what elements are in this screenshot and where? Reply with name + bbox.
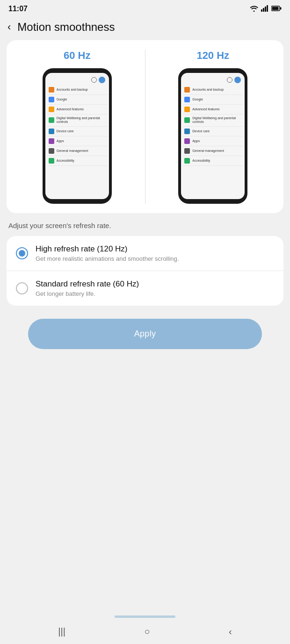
status-time: 11:07: [8, 5, 28, 13]
back-button[interactable]: ‹: [7, 21, 11, 33]
page-header: ‹ Motion smoothness: [0, 16, 290, 40]
left-icon-1: [49, 87, 54, 93]
right-phone-col: 120 Hz Accounts and backup Google Advanc: [147, 50, 279, 204]
option-standard-subtitle: Get longer battery life.: [36, 290, 139, 297]
right-menu-3: Advanced features: [183, 105, 243, 114]
left-phone-screen: Accounts and backup Google Advanced feat…: [45, 73, 109, 199]
radio-standard[interactable]: [16, 282, 28, 294]
left-menu-7: General management: [47, 146, 107, 156]
right-menu-7: General management: [183, 146, 243, 156]
right-phone-screen: Accounts and backup Google Advanced feat…: [181, 73, 245, 199]
left-search-icon: [91, 77, 97, 83]
right-icon-2: [184, 97, 190, 102]
left-menu-5: Device care: [47, 127, 107, 136]
option-standard-refresh[interactable]: Standard refresh rate (60 Hz) Get longer…: [7, 271, 283, 306]
radio-high[interactable]: [16, 247, 28, 259]
apply-button-wrap: Apply: [0, 306, 290, 358]
option-standard-title: Standard refresh rate (60 Hz): [36, 279, 139, 289]
right-menu-4: Digital Wellbeing and parental controls: [183, 114, 243, 127]
left-icon-3: [49, 107, 54, 112]
right-topbar: [183, 76, 243, 85]
preview-divider: [145, 50, 145, 204]
wifi-icon: [250, 5, 258, 13]
right-search-icon: [227, 77, 232, 83]
left-menu-6: Apps: [47, 136, 107, 146]
back-nav-button[interactable]: ‹: [229, 626, 232, 637]
right-menu-5: Device care: [183, 127, 243, 136]
option-high-text: High refresh rate (120 Hz) Get more real…: [36, 244, 179, 262]
left-icon-6: [49, 138, 54, 144]
svg-rect-3: [267, 5, 268, 12]
right-icon-6: [184, 138, 190, 144]
left-menu-2: Google: [47, 95, 107, 105]
right-icon-8: [184, 158, 190, 164]
signal-icon: [261, 5, 268, 13]
right-phone-mockup: Accounts and backup Google Advanced feat…: [178, 68, 247, 204]
status-bar: 11:07: [0, 0, 290, 16]
option-high-subtitle: Get more realistic animations and smooth…: [36, 255, 179, 262]
right-icon-5: [184, 129, 190, 134]
page-title: Motion smoothness: [17, 21, 115, 34]
radio-high-inner: [19, 250, 25, 257]
preview-card: 60 Hz Accounts and backup Google Advance: [7, 40, 283, 213]
left-menu-3: Advanced features: [47, 105, 107, 114]
right-icon-7: [184, 148, 190, 154]
bottom-spacer: [0, 358, 290, 424]
left-icon-8: [49, 158, 54, 164]
left-icon-2: [49, 97, 54, 102]
left-menu-1: Accounts and backup: [47, 85, 107, 95]
left-menu-8: Accessibility: [47, 156, 107, 166]
option-standard-text: Standard refresh rate (60 Hz) Get longer…: [36, 279, 139, 297]
right-avatar: [234, 77, 241, 83]
left-menu-4: Digital Wellbeing and parental controls: [47, 114, 107, 127]
left-topbar: [47, 76, 107, 85]
option-high-refresh[interactable]: High refresh rate (120 Hz) Get more real…: [7, 236, 283, 271]
svg-rect-6: [272, 7, 279, 10]
right-icon-3: [184, 107, 190, 112]
apply-button[interactable]: Apply: [28, 319, 262, 349]
right-icon-4: [184, 117, 190, 123]
right-menu-6: Apps: [183, 136, 243, 146]
left-phone-col: 60 Hz Accounts and backup Google Advance: [11, 50, 143, 204]
left-icon-7: [49, 148, 54, 154]
svg-rect-2: [265, 7, 266, 12]
option-high-title: High refresh rate (120 Hz): [36, 244, 179, 254]
left-phone-mockup: Accounts and backup Google Advanced feat…: [43, 68, 112, 204]
home-indicator: [115, 615, 175, 618]
svg-rect-0: [261, 9, 262, 12]
battery-icon: [271, 6, 282, 13]
left-icon-4: [49, 117, 54, 123]
status-icons: [250, 5, 282, 13]
left-avatar: [99, 77, 105, 83]
right-icon-1: [184, 87, 190, 93]
svg-rect-1: [263, 8, 264, 12]
home-button[interactable]: ○: [144, 626, 150, 637]
right-hz-label: 120 Hz: [196, 50, 229, 62]
description-text: Adjust your screen's refresh rate.: [0, 213, 290, 236]
recent-apps-button[interactable]: |||: [58, 626, 65, 637]
left-hz-label: 60 Hz: [64, 50, 90, 62]
right-menu-2: Google: [183, 95, 243, 105]
right-menu-8: Accessibility: [183, 156, 243, 166]
options-card: High refresh rate (120 Hz) Get more real…: [7, 236, 283, 306]
bottom-nav: ||| ○ ‹: [0, 619, 290, 644]
svg-rect-5: [280, 7, 282, 9]
left-icon-5: [49, 129, 54, 134]
right-menu-1: Accounts and backup: [183, 85, 243, 95]
